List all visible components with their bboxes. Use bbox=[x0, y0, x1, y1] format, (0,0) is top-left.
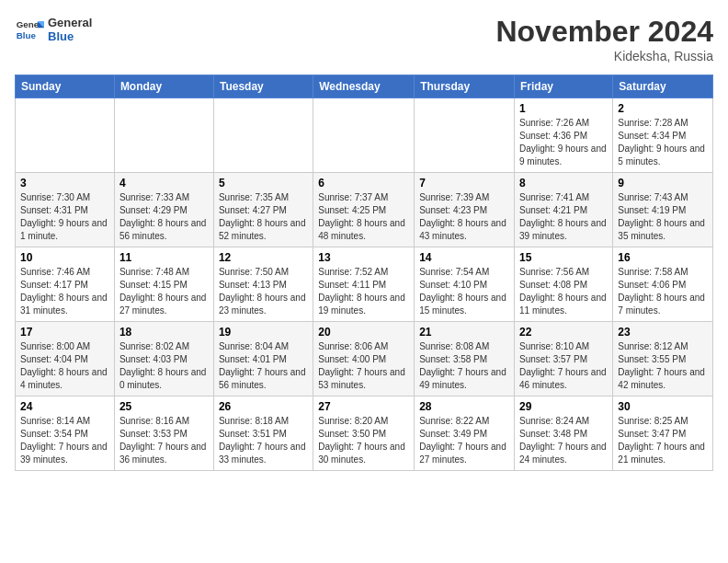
day-number: 15 bbox=[519, 251, 608, 264]
day-number: 29 bbox=[519, 400, 608, 413]
day-info: Sunrise: 8:02 AMSunset: 4:03 PMDaylight:… bbox=[119, 340, 209, 392]
header-monday: Monday bbox=[114, 75, 213, 98]
day-number: 4 bbox=[119, 177, 209, 190]
calendar-cell: 16Sunrise: 7:58 AMSunset: 4:06 PMDayligh… bbox=[613, 247, 713, 322]
day-number: 16 bbox=[618, 251, 708, 264]
header-friday: Friday bbox=[515, 75, 613, 98]
day-info: Sunrise: 7:48 AMSunset: 4:15 PMDaylight:… bbox=[119, 266, 209, 317]
day-number: 19 bbox=[219, 326, 308, 339]
svg-text:Blue: Blue bbox=[17, 30, 37, 40]
calendar-cell: 9Sunrise: 7:43 AMSunset: 4:19 PMDaylight… bbox=[613, 173, 713, 247]
calendar-cell: 4Sunrise: 7:33 AMSunset: 4:29 PMDaylight… bbox=[114, 173, 213, 247]
day-info: Sunrise: 8:04 AMSunset: 4:01 PMDaylight:… bbox=[219, 340, 308, 392]
day-info: Sunrise: 8:06 AMSunset: 4:00 PMDaylight:… bbox=[318, 340, 409, 392]
calendar-table: Sunday Monday Tuesday Wednesday Thursday… bbox=[15, 75, 713, 471]
day-info: Sunrise: 8:08 AMSunset: 3:58 PMDaylight:… bbox=[419, 340, 509, 392]
day-info: Sunrise: 7:26 AMSunset: 4:36 PMDaylight:… bbox=[519, 117, 608, 168]
day-info: Sunrise: 8:16 AMSunset: 3:53 PMDaylight:… bbox=[119, 415, 209, 466]
calendar-cell: 14Sunrise: 7:54 AMSunset: 4:10 PMDayligh… bbox=[415, 247, 515, 322]
calendar-cell: 19Sunrise: 8:04 AMSunset: 4:01 PMDayligh… bbox=[213, 322, 313, 396]
calendar-cell: 25Sunrise: 8:16 AMSunset: 3:53 PMDayligh… bbox=[114, 396, 213, 471]
day-info: Sunrise: 7:33 AMSunset: 4:29 PMDaylight:… bbox=[119, 191, 209, 243]
calendar-cell: 27Sunrise: 8:20 AMSunset: 3:50 PMDayligh… bbox=[313, 396, 415, 471]
day-info: Sunrise: 8:20 AMSunset: 3:50 PMDaylight:… bbox=[318, 415, 409, 466]
calendar-cell: 18Sunrise: 8:02 AMSunset: 4:03 PMDayligh… bbox=[114, 322, 213, 396]
day-info: Sunrise: 7:54 AMSunset: 4:10 PMDaylight:… bbox=[419, 266, 509, 317]
calendar-cell bbox=[16, 98, 115, 173]
day-number: 1 bbox=[519, 102, 608, 115]
day-number: 25 bbox=[119, 400, 209, 413]
week-row-3: 10Sunrise: 7:46 AMSunset: 4:17 PMDayligh… bbox=[16, 247, 713, 322]
day-info: Sunrise: 8:10 AMSunset: 3:57 PMDaylight:… bbox=[519, 340, 608, 392]
calendar-cell: 3Sunrise: 7:30 AMSunset: 4:31 PMDaylight… bbox=[16, 173, 115, 247]
month-title: November 2024 bbox=[495, 15, 713, 49]
day-number: 24 bbox=[20, 400, 109, 413]
week-row-1: 1Sunrise: 7:26 AMSunset: 4:36 PMDaylight… bbox=[16, 98, 713, 173]
day-info: Sunrise: 7:39 AMSunset: 4:23 PMDaylight:… bbox=[419, 191, 509, 243]
calendar-cell: 30Sunrise: 8:25 AMSunset: 3:47 PMDayligh… bbox=[613, 396, 713, 471]
calendar-header-row: Sunday Monday Tuesday Wednesday Thursday… bbox=[16, 75, 713, 98]
day-number: 18 bbox=[119, 326, 209, 339]
calendar-cell: 20Sunrise: 8:06 AMSunset: 4:00 PMDayligh… bbox=[313, 322, 415, 396]
day-info: Sunrise: 8:24 AMSunset: 3:48 PMDaylight:… bbox=[519, 415, 608, 466]
day-number: 10 bbox=[20, 251, 109, 264]
header-thursday: Thursday bbox=[415, 75, 515, 98]
calendar-cell: 28Sunrise: 8:22 AMSunset: 3:49 PMDayligh… bbox=[415, 396, 515, 471]
calendar-cell bbox=[415, 98, 515, 173]
calendar-cell: 17Sunrise: 8:00 AMSunset: 4:04 PMDayligh… bbox=[16, 322, 115, 396]
day-info: Sunrise: 7:56 AMSunset: 4:08 PMDaylight:… bbox=[519, 266, 608, 317]
day-info: Sunrise: 7:41 AMSunset: 4:21 PMDaylight:… bbox=[519, 191, 608, 243]
day-info: Sunrise: 7:52 AMSunset: 4:11 PMDaylight:… bbox=[318, 266, 409, 317]
day-number: 22 bbox=[519, 326, 608, 339]
title-area: November 2024 Kideksha, Russia bbox=[495, 15, 713, 63]
week-row-5: 24Sunrise: 8:14 AMSunset: 3:54 PMDayligh… bbox=[16, 396, 713, 471]
day-info: Sunrise: 7:50 AMSunset: 4:13 PMDaylight:… bbox=[219, 266, 308, 317]
day-info: Sunrise: 8:00 AMSunset: 4:04 PMDaylight:… bbox=[20, 340, 109, 392]
calendar-cell bbox=[213, 98, 313, 173]
calendar-cell: 13Sunrise: 7:52 AMSunset: 4:11 PMDayligh… bbox=[313, 247, 415, 322]
day-info: Sunrise: 7:58 AMSunset: 4:06 PMDaylight:… bbox=[618, 266, 708, 317]
day-info: Sunrise: 8:12 AMSunset: 3:55 PMDaylight:… bbox=[618, 340, 708, 392]
day-number: 27 bbox=[318, 400, 409, 413]
calendar-cell: 15Sunrise: 7:56 AMSunset: 4:08 PMDayligh… bbox=[515, 247, 613, 322]
calendar-cell: 8Sunrise: 7:41 AMSunset: 4:21 PMDaylight… bbox=[515, 173, 613, 247]
calendar-cell bbox=[313, 98, 415, 173]
day-info: Sunrise: 7:28 AMSunset: 4:34 PMDaylight:… bbox=[618, 117, 708, 168]
calendar-cell: 5Sunrise: 7:35 AMSunset: 4:27 PMDaylight… bbox=[213, 173, 313, 247]
logo: General Blue General Blue bbox=[15, 15, 92, 44]
logo-general: General bbox=[48, 16, 92, 29]
day-info: Sunrise: 7:37 AMSunset: 4:25 PMDaylight:… bbox=[318, 191, 409, 243]
day-number: 14 bbox=[419, 251, 509, 264]
day-number: 11 bbox=[119, 251, 209, 264]
day-number: 13 bbox=[318, 251, 409, 264]
day-number: 9 bbox=[618, 177, 708, 190]
calendar-cell: 26Sunrise: 8:18 AMSunset: 3:51 PMDayligh… bbox=[213, 396, 313, 471]
calendar-cell: 24Sunrise: 8:14 AMSunset: 3:54 PMDayligh… bbox=[16, 396, 115, 471]
day-info: Sunrise: 8:14 AMSunset: 3:54 PMDaylight:… bbox=[20, 415, 109, 466]
day-info: Sunrise: 8:25 AMSunset: 3:47 PMDaylight:… bbox=[618, 415, 708, 466]
day-number: 7 bbox=[419, 177, 509, 190]
day-number: 8 bbox=[519, 177, 608, 190]
day-number: 2 bbox=[618, 102, 708, 115]
day-info: Sunrise: 7:35 AMSunset: 4:27 PMDaylight:… bbox=[219, 191, 308, 243]
day-info: Sunrise: 8:22 AMSunset: 3:49 PMDaylight:… bbox=[419, 415, 509, 466]
logo-blue: Blue bbox=[48, 29, 92, 43]
header-sunday: Sunday bbox=[16, 75, 115, 98]
page-header: General Blue General Blue November 2024 … bbox=[15, 15, 713, 63]
day-number: 28 bbox=[419, 400, 509, 413]
calendar-cell bbox=[114, 98, 213, 173]
day-info: Sunrise: 7:43 AMSunset: 4:19 PMDaylight:… bbox=[618, 191, 708, 243]
calendar-cell: 12Sunrise: 7:50 AMSunset: 4:13 PMDayligh… bbox=[213, 247, 313, 322]
day-number: 26 bbox=[219, 400, 308, 413]
day-number: 23 bbox=[618, 326, 708, 339]
day-number: 21 bbox=[419, 326, 509, 339]
day-number: 20 bbox=[318, 326, 409, 339]
week-row-2: 3Sunrise: 7:30 AMSunset: 4:31 PMDaylight… bbox=[16, 173, 713, 247]
calendar-cell: 22Sunrise: 8:10 AMSunset: 3:57 PMDayligh… bbox=[515, 322, 613, 396]
calendar-cell: 21Sunrise: 8:08 AMSunset: 3:58 PMDayligh… bbox=[415, 322, 515, 396]
calendar-cell: 23Sunrise: 8:12 AMSunset: 3:55 PMDayligh… bbox=[613, 322, 713, 396]
calendar-cell: 10Sunrise: 7:46 AMSunset: 4:17 PMDayligh… bbox=[16, 247, 115, 322]
calendar-cell: 6Sunrise: 7:37 AMSunset: 4:25 PMDaylight… bbox=[313, 173, 415, 247]
header-saturday: Saturday bbox=[613, 75, 713, 98]
header-tuesday: Tuesday bbox=[213, 75, 313, 98]
